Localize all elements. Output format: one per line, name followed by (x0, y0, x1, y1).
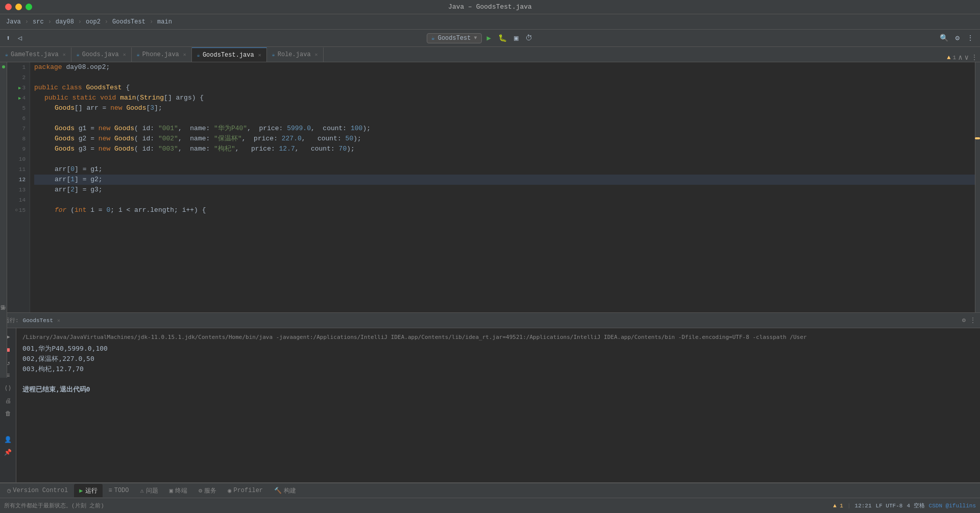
build-icon: 🔨 (274, 487, 282, 495)
editor-area[interactable]: 1 2 ▶3 ▶4 5 6 7 8 9 10 11 12 13 14 ○15 (7, 62, 980, 312)
tab-goods[interactable]: ☕ Goods.java ✕ (71, 47, 132, 62)
tab-terminal[interactable]: ▣ 终端 (164, 484, 192, 497)
status-indent[interactable]: 4 空格 (906, 502, 924, 509)
window-controls[interactable] (5, 4, 32, 10)
minimize-button[interactable] (15, 4, 22, 10)
navigate-up-icon[interactable]: ∧ (958, 53, 962, 62)
version-control-icon: ◷ (7, 487, 11, 495)
java-icon: ☕ (137, 52, 140, 58)
run-config-label[interactable]: GoodsTest (23, 317, 53, 324)
run-clear-icon[interactable]: 🗑 (5, 410, 11, 418)
bookmarks-panel[interactable]: 书签 (0, 250, 7, 378)
settings-button[interactable]: ⚙ (953, 33, 962, 43)
run-config-icon: ☕ (431, 35, 435, 41)
tab-services[interactable]: ⚙ 服务 (193, 484, 222, 497)
bottom-tabs: ◷ Version Control ▶ 运行 ≡ TODO ⚠ 问题 ▣ 终端 … (0, 482, 980, 498)
tab-run[interactable]: ▶ 运行 (74, 484, 102, 497)
tab-game-test[interactable]: ☕ GameTest.java ✕ (0, 47, 71, 62)
profiler-icon: ◉ (228, 487, 231, 495)
terminal-icon: ▣ (169, 487, 173, 495)
more-button[interactable]: ⋮ (965, 33, 976, 43)
code-line-3: public class GoodsTest { (34, 83, 976, 93)
code-line-8: Goods g2 = new Goods( id: "002", name: "… (34, 134, 976, 144)
nav-day08[interactable]: day08 (54, 17, 76, 27)
run-tab-icon: ▶ (79, 487, 83, 495)
warning-icon: ▲ (947, 54, 950, 61)
status-encoding[interactable]: LF UTF-8 (876, 503, 903, 509)
nav-main[interactable]: main (155, 17, 174, 27)
tab-problems[interactable]: ⚠ 问题 (135, 484, 163, 497)
nav-java[interactable]: Java (4, 17, 23, 27)
java-icon: ☕ (77, 52, 80, 58)
back-button[interactable]: ◁ (15, 33, 23, 43)
editor-scrollbar[interactable] (975, 62, 980, 312)
run-toolbar: 运行: GoodsTest ✕ ⚙ ⋮ (0, 313, 980, 328)
debug-button[interactable]: 🐛 (496, 33, 509, 43)
code-line-4: public static void main(String[] args) { (34, 93, 976, 103)
code-line-10 (34, 154, 976, 164)
config-dropdown-icon[interactable]: ▼ (474, 35, 477, 41)
tab-role[interactable]: ☕ Role.java ✕ (267, 47, 324, 62)
code-line-7: Goods g1 = new Goods( id: "001", name: "… (34, 124, 976, 134)
status-line-col: 12:21 (855, 503, 872, 509)
tab-close-button[interactable]: ✕ (63, 52, 66, 58)
java-icon: ☕ (197, 52, 200, 58)
run-command-line: /Library/Java/JavaVirtualMachines/jdk-11… (22, 332, 974, 343)
code-editor[interactable]: package day08.oop2; public class GoodsTe… (30, 62, 980, 312)
tab-close-button[interactable]: ✕ (258, 52, 261, 58)
nav-src[interactable]: src (31, 17, 46, 27)
tab-goods-test[interactable]: ☕ GoodsTest.java ✕ (192, 47, 267, 62)
tab-label: GameTest.java (11, 51, 59, 58)
toolbar: ⬆ ◁ ☕ GoodsTest ▼ ▶ 🐛 ▣ ⏱ 🔍 ⚙ ⋮ (0, 30, 980, 47)
services-icon: ⚙ (199, 487, 202, 495)
close-button[interactable] (5, 4, 12, 10)
java-icon: ☕ (272, 52, 275, 58)
tab-todo[interactable]: ≡ TODO (104, 484, 134, 497)
tab-close-button[interactable]: ✕ (183, 52, 186, 58)
search-button[interactable]: 🔍 (938, 33, 950, 43)
tab-phone[interactable]: ☕ Phone.java ✕ (132, 47, 192, 62)
git-update-button[interactable]: ⬆ (4, 33, 12, 43)
code-line-5: Goods[] arr = new Goods[3]; (34, 103, 976, 113)
tab-close-button[interactable]: ✕ (315, 52, 318, 58)
warning-marker (975, 137, 980, 139)
code-line-6 (34, 113, 976, 124)
tab-label: GoodsTest.java (203, 52, 254, 59)
code-line-15: for (int i = 0; i < arr.length; i++) { (34, 205, 976, 215)
window-title: Java – GoodsTest.java (448, 3, 532, 11)
nav-goodstest[interactable]: GoodsTest (110, 17, 148, 27)
tab-label: Goods.java (82, 51, 119, 58)
run-config-name[interactable]: GoodsTest (438, 35, 471, 42)
tab-close-button[interactable]: ✕ (123, 52, 126, 58)
output-line-3: 003,枸杞,12.7,70 (22, 364, 974, 374)
output-line-4 (22, 374, 974, 384)
status-warnings[interactable]: ▲ 1 (833, 503, 843, 509)
coverage-button[interactable]: ▣ (512, 33, 520, 43)
run-wrap-icon[interactable]: ⟨⟩ (4, 384, 11, 392)
tab-label: Phone.java (142, 51, 179, 58)
run-more-icon[interactable]: ⋮ (970, 316, 976, 324)
run-settings-icon[interactable]: ⚙ (962, 316, 966, 324)
maximize-button[interactable] (26, 4, 32, 10)
status-git: 所有文件都处于最新状态。(片刻 之前) (4, 502, 104, 509)
tab-version-control[interactable]: ◷ Version Control (2, 484, 73, 497)
run-print-icon[interactable]: 🖨 (5, 397, 11, 405)
output-exit: 进程已结束,退出代码0 (22, 384, 974, 395)
run-gutter-icon (2, 65, 5, 68)
navigate-down-icon[interactable]: ∨ (965, 53, 969, 62)
nav-oop2[interactable]: oop2 (84, 17, 103, 27)
code-line-9: Goods g3 = new Goods( id: "003", name: "… (34, 144, 976, 154)
code-line-13: arr[2] = g3; (34, 185, 976, 195)
run-button[interactable]: ▶ (485, 33, 493, 43)
more-options-icon[interactable]: ⋮ (971, 53, 978, 62)
java-icon: ☕ (5, 52, 8, 58)
title-bar: Java – GoodsTest.java (0, 0, 980, 14)
run-pin-icon[interactable]: 📌 (4, 449, 12, 456)
tab-profiler[interactable]: ◉ Profiler (223, 484, 268, 497)
run-close-icon[interactable]: ✕ (57, 317, 60, 324)
status-user: CSDN @ifullins (929, 503, 976, 509)
code-line-2 (34, 72, 976, 83)
tab-build[interactable]: 🔨 构建 (269, 484, 301, 497)
run-person-icon[interactable]: 👤 (4, 436, 12, 444)
profile-button[interactable]: ⏱ (523, 33, 534, 43)
